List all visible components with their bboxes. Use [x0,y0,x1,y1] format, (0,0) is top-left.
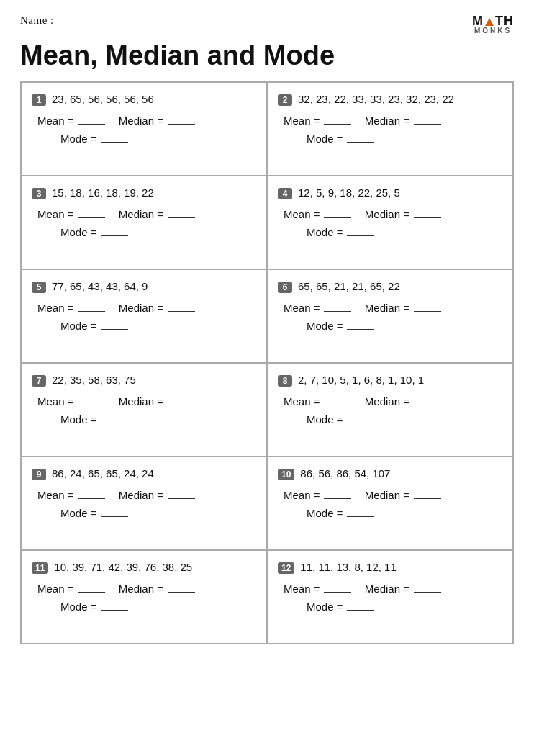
median-blank-1[interactable] [168,113,195,125]
mode-row-2: Mode = [307,131,502,145]
problem-cell-11: 11 10, 39, 71, 42, 39, 76, 38, 25 Mean =… [21,550,267,644]
mean-median-row-1: Mean = Median = [37,113,256,127]
problem-num-5: 5 [32,282,46,293]
logo: MTH MONKS [472,14,514,35]
mean-median-row-2: Mean = Median = [284,113,502,127]
mean-label-4: Mean = [284,208,320,220]
problem-cell-7: 7 22, 35, 58, 63, 75 Mean = Median = Mod… [21,363,267,456]
problem-cell-12: 12 11, 11, 13, 8, 12, 11 Mean = Median =… [267,550,513,644]
mean-median-row-5: Mean = Median = [37,300,256,314]
mode-label-12: Mode = [307,600,343,613]
problem-header-7: 7 22, 35, 58, 63, 75 [32,374,256,387]
mode-blank-6[interactable] [347,318,374,330]
mode-label-5: Mode = [60,320,96,332]
median-blank-12[interactable] [414,581,441,593]
mode-label-8: Mode = [307,413,343,426]
mode-blank-3[interactable] [101,225,128,236]
mean-median-row-6: Mean = Median = [284,300,502,314]
mean-blank-6[interactable] [324,300,351,312]
median-blank-3[interactable] [168,207,195,218]
name-line [58,14,468,27]
mean-blank-8[interactable] [324,394,351,405]
problem-num-9: 9 [32,469,46,480]
problem-num-7: 7 [32,375,46,387]
problem-header-3: 3 15, 18, 16, 18, 19, 22 [32,186,256,199]
mean-label-6: Mean = [284,302,320,314]
mode-label-4: Mode = [307,226,343,238]
mode-blank-12[interactable] [347,599,374,611]
median-blank-9[interactable] [168,487,195,499]
problem-data-9: 86, 24, 65, 65, 24, 24 [52,467,154,480]
median-label-4: Median = [365,208,409,220]
mean-blank-11[interactable] [78,581,105,593]
mode-row-5: Mode = [60,318,256,332]
problem-data-6: 65, 65, 21, 21, 65, 22 [298,280,400,292]
mean-median-row-7: Mean = Median = [37,394,256,408]
median-label-5: Median = [119,302,163,314]
mean-blank-10[interactable] [324,487,351,499]
problem-cell-1: 1 23, 65, 56, 56, 56, 56 Mean = Median =… [21,82,267,176]
mean-blank-5[interactable] [78,300,105,312]
mode-row-12: Mode = [307,599,502,613]
logo-math: MTH [472,14,514,27]
mean-label-5: Mean = [37,302,73,314]
mode-row-6: Mode = [307,318,502,332]
median-blank-7[interactable] [168,394,195,405]
problem-cell-6: 6 65, 65, 21, 21, 65, 22 Mean = Median =… [267,269,513,363]
mode-blank-7[interactable] [101,412,128,423]
logo-triangle-icon [485,18,494,26]
problem-cell-9: 9 86, 24, 65, 65, 24, 24 Mean = Median =… [21,456,267,550]
mean-blank-4[interactable] [324,207,351,218]
mean-blank-3[interactable] [78,207,105,218]
problem-data-1: 23, 65, 56, 56, 56, 56 [52,93,154,105]
mode-label-2: Mode = [307,132,343,145]
problem-data-7: 22, 35, 58, 63, 75 [52,374,136,386]
problem-header-11: 11 10, 39, 71, 42, 39, 76, 38, 25 [32,561,256,574]
mode-blank-9[interactable] [101,505,128,517]
median-blank-2[interactable] [414,113,441,125]
problem-data-8: 2, 7, 10, 5, 1, 6, 8, 1, 10, 1 [298,374,424,386]
median-blank-5[interactable] [168,300,195,312]
median-label-12: Median = [365,582,409,595]
problem-data-12: 11, 11, 13, 8, 12, 11 [300,561,396,573]
median-label-7: Median = [119,395,163,408]
mean-blank-2[interactable] [324,113,351,125]
problem-num-3: 3 [32,188,46,199]
problem-header-1: 1 23, 65, 56, 56, 56, 56 [32,93,256,106]
mean-median-row-8: Mean = Median = [284,394,502,408]
mode-blank-11[interactable] [101,599,128,611]
median-label-8: Median = [365,395,409,408]
problem-data-5: 77, 65, 43, 43, 64, 9 [52,280,148,292]
mode-blank-4[interactable] [347,225,374,236]
mean-label-2: Mean = [284,114,320,127]
mean-median-row-3: Mean = Median = [37,207,256,220]
mean-blank-12[interactable] [324,581,351,593]
mode-label-3: Mode = [60,226,96,238]
mode-blank-10[interactable] [347,505,374,517]
median-label-1: Median = [119,114,163,127]
problem-num-8: 8 [278,375,292,387]
mode-blank-5[interactable] [101,318,128,330]
mode-row-4: Mode = [307,225,502,238]
problem-header-8: 8 2, 7, 10, 5, 1, 6, 8, 1, 10, 1 [278,374,502,387]
mean-label-10: Mean = [284,489,320,501]
mode-label-7: Mode = [60,413,96,426]
median-blank-8[interactable] [414,394,441,405]
mean-blank-1[interactable] [78,113,105,125]
median-blank-4[interactable] [414,207,441,218]
mode-label-6: Mode = [307,320,343,332]
mean-blank-9[interactable] [78,487,105,499]
problem-data-10: 86, 56, 86, 54, 107 [300,467,390,480]
mode-label-11: Mode = [60,600,96,613]
median-label-10: Median = [365,489,409,501]
logo-monks: MONKS [474,27,512,35]
page-title: Mean, Median and Mode [20,40,514,71]
mode-blank-2[interactable] [347,131,374,143]
median-blank-11[interactable] [168,581,195,593]
mode-blank-8[interactable] [347,412,374,423]
mean-blank-7[interactable] [78,394,105,405]
median-blank-10[interactable] [414,487,441,499]
mode-blank-1[interactable] [101,131,128,143]
median-blank-6[interactable] [414,300,441,312]
mean-median-row-12: Mean = Median = [284,581,502,595]
